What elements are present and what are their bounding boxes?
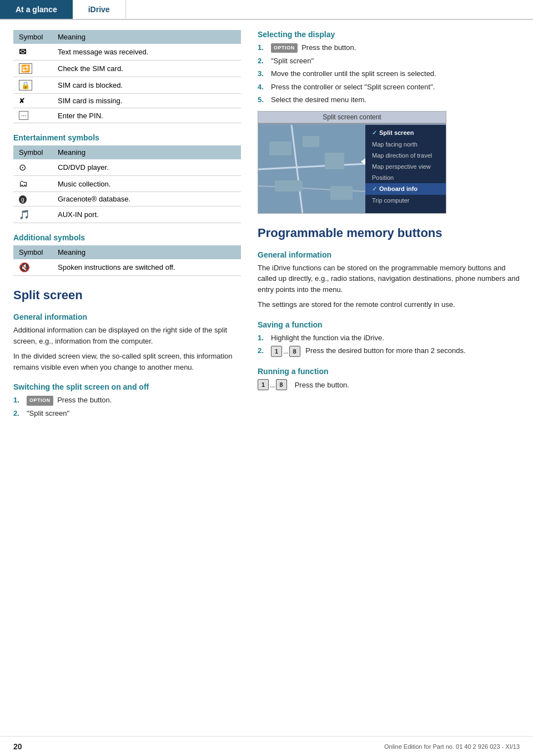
- prog-memory-heading: Programmable memory buttons: [258, 226, 520, 240]
- general-info-heading: General information: [258, 250, 520, 259]
- saving-steps-list: 1. Highlight the function via the iDrive…: [258, 332, 520, 357]
- menu-item-position[interactable]: Position: [365, 172, 446, 183]
- table-row: 🎵 AUX-IN port.: [13, 206, 241, 223]
- mem-btn-8-run: 8: [276, 379, 287, 390]
- menu-item-split-screen[interactable]: ✓ Split screen: [365, 127, 446, 139]
- step-content: Press the controller or select "Split sc…: [271, 82, 520, 93]
- step-content: Move the controller until the split scre…: [271, 68, 520, 79]
- mem-btn-1: 1: [271, 346, 282, 357]
- table-row: g Gracenote® database.: [13, 192, 241, 206]
- tab-idrive[interactable]: iDrive: [73, 0, 126, 19]
- svg-rect-5: [303, 136, 319, 147]
- split-screen-text2: In the divided screen view, the so-calle…: [13, 351, 241, 372]
- mem-btn-dots-run: ...: [270, 380, 275, 389]
- step-content: Highlight the function via the iDrive.: [271, 332, 520, 344]
- add-table-header-symbol: Symbol: [13, 245, 52, 259]
- pin-icon: ···: [19, 111, 28, 120]
- menu-item-onboard-info[interactable]: ✓ Onboard info: [365, 183, 446, 195]
- page-header: At a glance iDrive: [0, 0, 533, 20]
- step-content: "Split screen": [271, 56, 520, 67]
- sms-table-header-symbol: Symbol: [13, 30, 52, 44]
- mem-btn-8: 8: [289, 346, 300, 357]
- sms-table-header-meaning: Meaning: [52, 30, 241, 44]
- mem-btn-1-run: 1: [258, 379, 269, 390]
- switching-heading: Switching the split screen on and off: [13, 382, 241, 391]
- table-row: ✘ SIM card is missing.: [13, 94, 241, 108]
- step-content: Select the desired menu item.: [271, 94, 520, 105]
- selecting-steps-list: 1. OPTION Press the button. 2. "Split sc…: [258, 42, 520, 105]
- additional-symbol-table: Symbol Meaning 🔇 Spoken instructions are…: [13, 245, 241, 276]
- symbol-cell: ✘: [13, 94, 52, 108]
- meaning-cell: AUX-IN port.: [52, 206, 241, 223]
- split-screen-text1: Additional information can be displayed …: [13, 325, 241, 346]
- table-row: ··· Enter the PIN.: [13, 108, 241, 123]
- sim-check-icon: 🔁: [19, 63, 32, 74]
- meaning-cell: SIM card is missing.: [52, 94, 241, 108]
- meaning-cell: SIM card is blocked.: [52, 77, 241, 94]
- svg-rect-4: [269, 142, 291, 155]
- list-item: 1. OPTION Press the button.: [258, 42, 520, 53]
- step-content: "Split screen": [27, 408, 241, 419]
- menu-item-trip-computer[interactable]: Trip computer: [365, 195, 446, 206]
- menu-item-label: Split screen: [379, 129, 414, 136]
- selecting-heading: Selecting the display: [258, 30, 520, 39]
- main-content: Symbol Meaning ✉ Text message was receiv…: [0, 20, 533, 433]
- menu-item-map-north[interactable]: Map facing north: [365, 139, 446, 150]
- option-button-icon: OPTION: [271, 43, 298, 53]
- page-number: 20: [13, 742, 22, 751]
- switching-steps-list: 1. OPTION Press the button. 2. "Split sc…: [13, 395, 241, 419]
- symbol-cell: ⊙: [13, 159, 52, 176]
- symbol-cell: 🔇: [13, 259, 52, 276]
- ent-table-header-meaning: Meaning: [52, 145, 241, 159]
- add-table-header-meaning: Meaning: [52, 245, 241, 259]
- menu-item-map-perspective[interactable]: Map perspective view: [365, 161, 446, 172]
- tab-at-a-glance[interactable]: At a glance: [0, 0, 73, 19]
- list-item: 2. "Split screen": [258, 56, 520, 67]
- memory-button-image-run: 1 ... 8: [258, 379, 287, 390]
- meaning-cell: Enter the PIN.: [52, 108, 241, 123]
- cd-dvd-icon: ⊙: [19, 163, 26, 172]
- step-content: 1 ... 8 Press the desired button for mor…: [271, 345, 520, 357]
- list-item: 5. Select the desired menu item.: [258, 94, 520, 105]
- step-number: 1.: [258, 332, 266, 344]
- menu-item-label: Onboard info: [379, 185, 418, 192]
- checkmark-icon: ✓: [372, 185, 377, 193]
- table-row: 🗂 Music collection.: [13, 176, 241, 192]
- svg-rect-8: [330, 186, 353, 200]
- step-number: 2.: [258, 345, 266, 357]
- symbol-cell: 🗂: [13, 176, 52, 192]
- general-info-text2: The settings are stored for the remote c…: [258, 299, 520, 310]
- sim-blocked-icon: 🔒: [19, 80, 32, 90]
- edition-text: Online Edition for Part no. 01 40 2 926 …: [384, 743, 520, 750]
- aux-in-icon: 🎵: [19, 210, 30, 219]
- table-row: 🔒 SIM card is blocked.: [13, 77, 241, 94]
- symbol-cell: g: [13, 192, 52, 206]
- option-button-icon: OPTION: [27, 396, 53, 406]
- running-text: Press the button.: [295, 380, 349, 391]
- gracenote-icon: g: [19, 195, 27, 204]
- menu-item-map-direction[interactable]: Map direction of travel: [365, 150, 446, 161]
- list-item: 1. Highlight the function via the iDrive…: [258, 332, 520, 344]
- general-info-text1: The iDrive functions can be stored on th…: [258, 263, 520, 295]
- split-screen-map-area: [258, 125, 366, 213]
- list-item: 4. Press the controller or select "Split…: [258, 82, 520, 93]
- table-row: ⊙ CD/DVD player.: [13, 159, 241, 176]
- memory-button-image: 1 ... 8: [271, 345, 300, 357]
- symbol-cell: ✉: [13, 44, 52, 61]
- meaning-cell: Gracenote® database.: [52, 192, 241, 206]
- left-column: Symbol Meaning ✉ Text message was receiv…: [13, 30, 241, 423]
- envelope-icon: ✉: [19, 47, 26, 57]
- meaning-cell: CD/DVD player.: [52, 159, 241, 176]
- ent-table-header-symbol: Symbol: [13, 145, 52, 159]
- split-screen-title-bar: Split screen content: [258, 112, 446, 123]
- meaning-cell: Check the SIM card.: [52, 61, 241, 77]
- split-screen-screenshot: Split screen content ✓: [258, 111, 446, 214]
- list-item: 2. 1 ... 8 Press the desired button for …: [258, 345, 520, 357]
- running-function-row: 1 ... 8 Press the button.: [258, 379, 520, 390]
- additional-heading: Additional symbols: [13, 233, 241, 242]
- saving-heading: Saving a function: [258, 320, 520, 329]
- step-number: 5.: [258, 94, 266, 105]
- meaning-cell: Text message was received.: [52, 44, 241, 61]
- running-heading: Running a function: [258, 367, 520, 376]
- table-row: 🔇 Spoken instructions are switched off.: [13, 259, 241, 276]
